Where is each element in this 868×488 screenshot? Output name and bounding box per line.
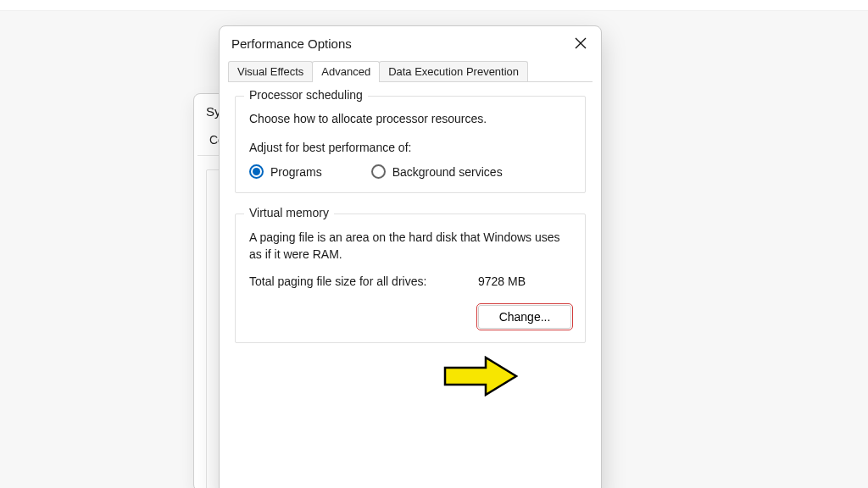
radio-label: Programs <box>270 165 322 179</box>
tab-label: Advanced <box>321 65 370 78</box>
paging-size-label: Total paging file size for all drives: <box>249 274 444 288</box>
group-processor-scheduling: Processor scheduling Choose how to alloc… <box>235 96 586 193</box>
performance-options-dialog: Performance Options Visual Effects Advan… <box>219 25 602 488</box>
radio-background-services[interactable]: Background services <box>371 164 503 179</box>
radio-dot-icon <box>371 164 386 179</box>
group-legend: Processor scheduling <box>244 88 368 102</box>
tab-dep[interactable]: Data Execution Prevention <box>379 61 528 82</box>
tab-label: Data Execution Prevention <box>388 65 519 78</box>
group-description: Choose how to allocate processor resourc… <box>249 112 571 125</box>
tab-label: Visual Effects <box>237 65 303 78</box>
tab-body-advanced: Processor scheduling Choose how to alloc… <box>220 82 601 488</box>
close-icon[interactable] <box>572 35 589 52</box>
radio-dot-icon <box>249 164 264 179</box>
change-button[interactable]: Change... <box>478 305 571 329</box>
adjust-label: Adjust for best performance of: <box>249 141 571 154</box>
group-virtual-memory: Virtual memory A paging file is an area … <box>235 214 586 343</box>
tab-visual-effects[interactable]: Visual Effects <box>228 61 313 82</box>
radio-programs[interactable]: Programs <box>249 164 322 179</box>
group-description: A paging file is an area on the hard dis… <box>249 230 571 263</box>
group-legend: Virtual memory <box>244 206 334 219</box>
paging-size-row: Total paging file size for all drives: 9… <box>249 274 571 288</box>
tab-advanced[interactable]: Advanced <box>312 61 380 82</box>
paging-size-value: 9728 MB <box>478 274 526 288</box>
radio-label: Background services <box>392 165 503 179</box>
dialog-title: Performance Options <box>231 36 352 51</box>
tabs-row: Visual Effects Advanced Data Execution P… <box>220 60 601 82</box>
radio-group-performance: Programs Background services <box>249 164 571 179</box>
title-bar: Performance Options <box>220 26 601 60</box>
